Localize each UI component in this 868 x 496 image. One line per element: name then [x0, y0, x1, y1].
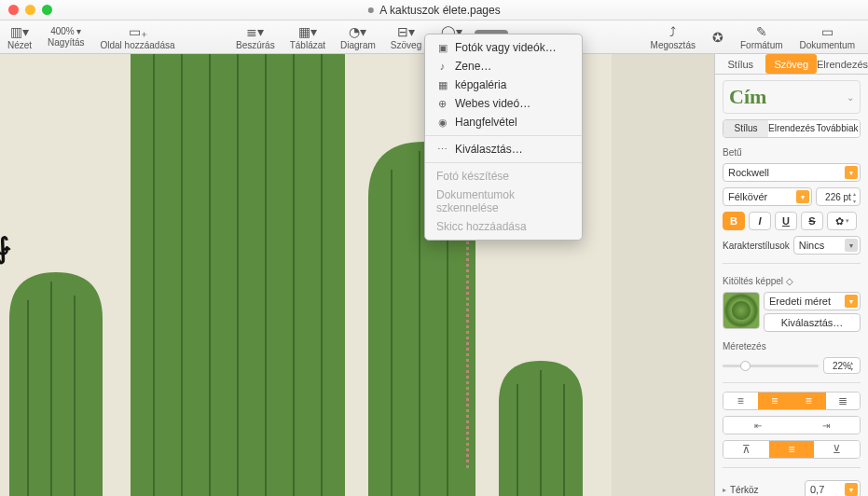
document-icon: ▭: [821, 24, 834, 39]
italic-button[interactable]: I: [749, 212, 771, 230]
menu-item-choose[interactable]: ⋯Kiválasztás…: [425, 140, 582, 158]
webvideo-icon: ⊕: [436, 98, 448, 110]
tab-style[interactable]: Stílus: [715, 54, 765, 74]
page: ⨑: [0, 54, 714, 496]
zoom-label: Nagyítás: [48, 37, 84, 48]
zoom-button[interactable]: 400% ▾ Nagyítás: [39, 26, 92, 48]
scale-stepper[interactable]: 22% ▴▾: [823, 357, 861, 374]
view-button[interactable]: ▥▾ Nézet: [0, 24, 39, 50]
chart-button[interactable]: ◔▾ Diagram: [333, 24, 383, 50]
scale-value: 22%: [833, 361, 851, 371]
menu-item-music[interactable]: ♪Zene…: [425, 57, 582, 76]
menu-item-label: Fotók vagy videók…: [455, 41, 557, 54]
menu-item-webvideo[interactable]: ⊕Webes videó…: [425, 94, 582, 113]
format-button[interactable]: ✎ Formátum: [733, 24, 791, 50]
subtab-layout[interactable]: Elrendezés: [768, 120, 815, 137]
document-button[interactable]: ▭ Dokumentum: [792, 24, 862, 50]
font-family-select[interactable]: Rockwell ▾: [723, 163, 861, 182]
menu-item-label: Fotó készítése: [436, 170, 509, 183]
fill-thumbnail[interactable]: [723, 292, 760, 329]
align-right-button[interactable]: ≡: [792, 393, 826, 409]
scale-label: Méretezés: [723, 341, 861, 351]
insert-icon: ≣▾: [246, 24, 264, 39]
align-center-button[interactable]: ≡: [758, 393, 792, 409]
inspector-main-tabs: Stílus Szöveg Elrendezés: [715, 54, 868, 75]
view-icon: ▥▾: [10, 24, 29, 39]
dropdown-icon: ▾: [845, 239, 858, 252]
menu-item-scan: Dokumentumok szkennelése: [425, 186, 582, 217]
tips-button[interactable]: ✪: [705, 30, 731, 45]
music-icon: ♪: [436, 61, 448, 72]
chevron-down-icon: ▾: [846, 217, 849, 225]
add-page-button[interactable]: ▭₊ Oldal hozzáadása: [92, 24, 182, 50]
menu-item-photos[interactable]: ▣Fotók vagy videók…: [425, 38, 582, 57]
strike-button[interactable]: S: [801, 212, 823, 230]
view-label: Nézet: [7, 40, 32, 50]
text-button[interactable]: ⊟▾ Szöveg: [383, 24, 429, 50]
minimize-icon[interactable]: [25, 5, 35, 15]
add-page-icon: ▭₊: [129, 24, 147, 39]
zoom-value: 400% ▾: [47, 26, 85, 36]
table-button[interactable]: ▦▾ Táblázat: [282, 24, 333, 50]
spacing-label: Térköz: [730, 485, 759, 495]
charstyles-select[interactable]: Nincs ▾: [793, 236, 861, 255]
text-label: Szöveg: [391, 40, 421, 50]
underline-button[interactable]: U: [775, 212, 797, 230]
font-size-value: 226 pt: [825, 192, 851, 202]
subtab-style[interactable]: Stílus: [723, 120, 768, 137]
menu-item-label: Zene…: [455, 60, 491, 73]
align-left-button[interactable]: ≡: [723, 393, 758, 409]
menu-item-audio[interactable]: ◉Hangfelvétel: [425, 113, 582, 131]
scale-slider[interactable]: [723, 365, 819, 367]
insert-button[interactable]: ≣▾ Beszúrás: [228, 24, 282, 50]
font-section-label: Betű: [723, 147, 861, 158]
spacing-select[interactable]: 0,7 ▾: [805, 480, 861, 496]
insert-label: Beszúrás: [236, 40, 275, 50]
zoom-icon[interactable]: [42, 5, 52, 15]
font-size-stepper[interactable]: 226 pt ▴▾: [816, 187, 861, 206]
indent-button[interactable]: ⇥: [792, 417, 860, 434]
close-icon[interactable]: [8, 5, 19, 15]
tab-arrange[interactable]: Elrendezés: [817, 54, 868, 74]
share-icon: ⤴: [669, 24, 676, 39]
gallery-icon: ▦: [436, 79, 448, 91]
font-weight-select[interactable]: Félkövér ▾: [723, 187, 812, 206]
subtab-more[interactable]: Továbbiak: [815, 120, 860, 137]
advanced-button[interactable]: ✿▾: [827, 212, 857, 230]
fill-choose-button[interactable]: Kiválasztás…: [764, 313, 861, 332]
media-menu: ▣Fotók vagy videók… ♪Zene… ▦képgaléria ⊕…: [424, 34, 583, 241]
paragraph-style-select[interactable]: Cím ⌄: [723, 80, 861, 114]
align-justify-button[interactable]: ≣: [826, 393, 861, 409]
table-label: Táblázat: [290, 40, 325, 50]
format-inspector: Stílus Szöveg Elrendezés Cím ⌄ Stílus El…: [714, 54, 868, 496]
dropdown-icon: ▾: [796, 190, 809, 203]
document-canvas[interactable]: ⨑: [0, 54, 714, 496]
horizontal-align-segment: ≡ ≡ ≡ ≣: [723, 392, 861, 410]
valign-top-button[interactable]: ⊼: [723, 441, 769, 458]
share-button[interactable]: ⤴ Megosztás: [643, 24, 703, 50]
fill-mode-select[interactable]: Eredeti méret ▾: [764, 292, 861, 310]
add-page-label: Oldal hozzáadása: [100, 40, 174, 50]
photos-icon: ▣: [436, 42, 448, 54]
indent-segment: ⇤ ⇥: [723, 416, 861, 434]
menu-item-label: képgaléria: [455, 78, 506, 91]
outdent-button[interactable]: ⇤: [723, 417, 792, 434]
valign-bottom-button[interactable]: ⊻: [814, 441, 860, 458]
text-icon: ⊟▾: [397, 24, 415, 39]
spacing-disclosure[interactable]: ▸ Térköz 0,7 ▾: [723, 480, 861, 496]
valign-middle-button[interactable]: ≡: [769, 441, 815, 458]
dropdown-icon: ▾: [845, 295, 858, 308]
format-label: Formátum: [740, 40, 783, 50]
menu-item-label: Kiválasztás…: [455, 143, 523, 156]
menu-item-label: Skicc hozzáadása: [436, 220, 527, 233]
charstyles-label: Karakterstílusok: [723, 241, 790, 251]
bold-button[interactable]: B: [723, 212, 745, 230]
table-icon: ▦▾: [298, 24, 317, 39]
font-weight-value: Félkövér: [728, 191, 767, 202]
share-label: Megosztás: [651, 40, 696, 50]
vertical-align-segment: ⊼ ≡ ⊻: [723, 440, 861, 459]
menu-item-gallery[interactable]: ▦képgaléria: [425, 76, 582, 94]
slider-knob[interactable]: [740, 361, 751, 371]
tab-text[interactable]: Szöveg: [765, 54, 816, 74]
window-title: A kaktuszok élete.pages: [367, 4, 500, 17]
